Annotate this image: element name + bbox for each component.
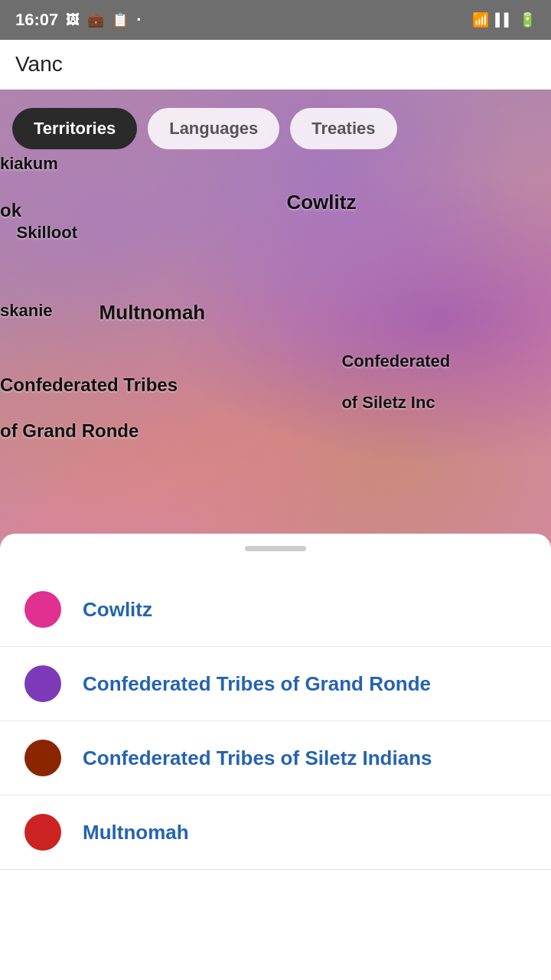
status-left: 16:07 🖼 💼 📋 · (15, 10, 141, 30)
filter-treaties[interactable]: Treaties (290, 108, 396, 149)
status-bar: 16:07 🖼 💼 📋 · 📶 ▌▌ 🔋 (0, 0, 551, 40)
wifi-icon: 📶 (472, 11, 489, 28)
map-river-overlay (0, 90, 551, 549)
territory-dot-cowlitz (24, 591, 61, 628)
territory-item-cowlitz[interactable]: Cowlitz (0, 573, 551, 647)
bottom-sheet: Cowlitz Confederated Tribes of Grand Ron… (0, 534, 551, 977)
filter-languages[interactable]: Languages (148, 108, 279, 149)
address-text: Vanc (15, 52, 63, 76)
territory-dot-grand-ronde (24, 665, 61, 702)
territory-item-siletz[interactable]: Confederated Tribes of Siletz Indians (0, 721, 551, 795)
map-label-conf-siletz-2: of Siletz Inc (341, 393, 435, 413)
map-label-skilloot: Skilloot (17, 223, 77, 243)
territory-list: Cowlitz Confederated Tribes of Grand Ron… (0, 557, 551, 885)
territory-dot-siletz (24, 740, 61, 776)
map-label-conf-siletz-1: Confederated (341, 351, 450, 371)
map-label-kiakum: kiakum (0, 154, 58, 174)
territory-name-multnomah: Multnomah (83, 821, 189, 844)
status-right: 📶 ▌▌ 🔋 (472, 11, 536, 28)
territory-item-grand-ronde[interactable]: Confederated Tribes of Grand Ronde (0, 647, 551, 721)
map-label-ok: ok (0, 200, 21, 221)
territory-name-siletz: Confederated Tribes of Siletz Indians (83, 746, 432, 770)
dot-icon: · (136, 10, 141, 30)
map-label-cowlitz: Cowlitz (286, 191, 356, 214)
drag-handle-bar (245, 546, 306, 551)
map-label-conf-grand-ronde-1: Confederated Tribes (0, 374, 178, 396)
map-label-multnomah: Multnomah (99, 301, 206, 325)
map-container[interactable]: Territories Languages Treaties kiakum ok… (0, 90, 551, 549)
map-filters: Territories Languages Treaties (12, 108, 397, 149)
battery-icon: 🔋 (519, 11, 536, 28)
signal-icon: ▌▌ (495, 13, 513, 27)
filter-territories[interactable]: Territories (12, 108, 137, 149)
photo-icon: 🖼 (66, 12, 80, 28)
territory-item-multnomah[interactable]: Multnomah (0, 795, 551, 870)
contacts-icon: 📋 (112, 11, 129, 28)
territory-name-grand-ronde: Confederated Tribes of Grand Ronde (83, 672, 431, 696)
address-bar: Vanc (0, 40, 551, 90)
briefcase-icon: 💼 (87, 11, 104, 28)
status-time: 16:07 (15, 10, 58, 30)
drag-handle[interactable] (0, 534, 551, 557)
territory-name-cowlitz: Cowlitz (83, 598, 152, 622)
territory-dot-multnomah (24, 814, 61, 851)
map-label-conf-grand-ronde-2: of Grand Ronde (0, 420, 139, 442)
map-label-skanie: skanie (0, 301, 53, 321)
